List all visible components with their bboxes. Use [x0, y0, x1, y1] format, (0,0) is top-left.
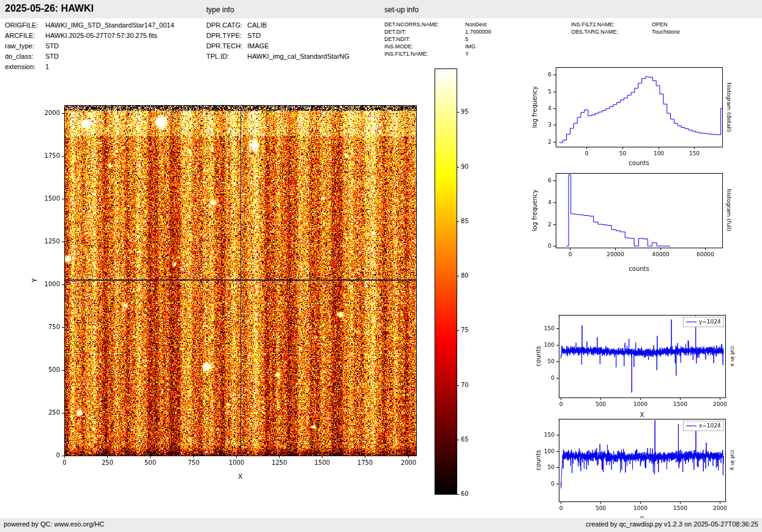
- info-label: INS.MODE:: [384, 43, 465, 50]
- setup-info-heading: set-up info: [384, 6, 419, 14]
- info-row: extension: 1: [5, 62, 174, 72]
- info-label: ARCFILE:: [5, 31, 45, 41]
- info-value: 1: [45, 62, 49, 72]
- info-row: DET.NDIT: 5: [384, 35, 491, 43]
- info-row: OBS.TARG.NAME: Touchstone: [571, 28, 680, 35]
- info-value: HAWKI.2025-05-27T07:57:30.275.fits: [45, 31, 157, 41]
- info-value: STD: [247, 31, 261, 41]
- info-row: DET.DIT: 1.7000000: [384, 28, 491, 35]
- info-value: HAWKI_img_cal_StandardStarNG: [247, 51, 349, 62]
- info-row: INS.FILT2.NAME: OPEN: [571, 21, 680, 28]
- cut-in-y-plot: [526, 405, 738, 521]
- info-row: DPR.TECH: IMAGE: [206, 41, 349, 51]
- info-row: ARCFILE: HAWKI.2025-05-27T07:57:30.275.f…: [5, 31, 174, 41]
- info-row: INS.MODE: IMG: [384, 43, 491, 50]
- cut-in-y-side-label: cut in y: [728, 419, 737, 501]
- info-label: extension:: [5, 62, 45, 72]
- info-value: STD: [45, 51, 59, 62]
- info-label: do_class:: [5, 51, 45, 62]
- type-info-list: DPR.CATG: CALIB DPR.TYPE: STD DPR.TECH: …: [206, 20, 349, 62]
- info-row: INS.FILT1.NAME: Y: [384, 50, 491, 57]
- file-info-list: ORIGFILE: HAWKI_IMG_STD_StandardStar147_…: [5, 20, 174, 72]
- info-label: DPR.CATG:: [206, 20, 247, 31]
- info-label: DET.NDIT:: [384, 35, 465, 43]
- footer-qc-link[interactable]: powered by QC: www.eso.org/HC: [4, 520, 104, 528]
- info-label: DET.DIT:: [384, 28, 465, 35]
- info-row: do_class: STD: [5, 51, 174, 62]
- info-value: HAWKI_IMG_STD_StandardStar147_0014: [45, 20, 174, 31]
- info-value: OPEN: [652, 21, 668, 28]
- info-value: Y: [465, 50, 469, 57]
- raw-image-plot: [24, 86, 428, 501]
- report-title: 2025-05-26: HAWKI: [5, 3, 94, 14]
- info-value: 1.7000000: [465, 28, 491, 35]
- info-row: raw_type: STD: [5, 41, 174, 51]
- info-label: DPR.TECH:: [206, 41, 247, 51]
- info-row: TPL.ID: HAWKI_img_cal_StandardStarNG: [206, 51, 349, 62]
- info-label: TPL.ID:: [206, 51, 247, 62]
- histogram-detail-plot: [526, 54, 728, 170]
- histogram-full-side-label: histogram (full): [725, 173, 733, 248]
- info-value: IMG: [465, 43, 476, 50]
- colorbar: [428, 61, 477, 501]
- histogram-full-plot: [526, 159, 728, 278]
- info-value: Touchstone: [652, 28, 680, 35]
- cut-in-x-side-label: cut in x: [728, 315, 737, 397]
- header-bar: 2025-05-26: HAWKI type info set-up info: [0, 0, 762, 18]
- setup-info-list: DET.NCORRS.NAME: NonDest DET.DIT: 1.7000…: [384, 21, 491, 57]
- info-label: DPR.TYPE:: [206, 31, 247, 41]
- setup-info-list-2: INS.FILT2.NAME: OPEN OBS.TARG.NAME: Touc…: [571, 21, 680, 35]
- info-value: CALIB: [247, 20, 267, 31]
- histogram-detail-side-label: histogram (detail): [725, 67, 733, 147]
- info-value: STD: [45, 41, 59, 51]
- info-label: DET.NCORRS.NAME:: [384, 21, 465, 28]
- info-row: ORIGFILE: HAWKI_IMG_STD_StandardStar147_…: [5, 20, 174, 31]
- info-label: ORIGFILE:: [5, 20, 45, 31]
- info-row: DET.NCORRS.NAME: NonDest: [384, 21, 491, 28]
- info-row: DPR.TYPE: STD: [206, 31, 349, 41]
- info-label: OBS.TARG.NAME:: [571, 28, 652, 35]
- info-value: IMAGE: [247, 41, 269, 51]
- info-row: DPR.CATG: CALIB: [206, 20, 349, 31]
- info-label: INS.FILT2.NAME:: [571, 21, 652, 28]
- info-label: INS.FILT1.NAME:: [384, 50, 465, 57]
- footer-created-by: created by qc_rawdisp.py v1.2.3 on 2025-…: [586, 520, 758, 528]
- type-info-heading: type info: [206, 6, 234, 14]
- cut-in-x-plot: [526, 301, 738, 420]
- info-value: 5: [465, 35, 468, 43]
- footer-bar: powered by QC: www.eso.org/HC created by…: [0, 518, 762, 532]
- info-value: NonDest: [465, 21, 487, 28]
- info-label: raw_type:: [5, 41, 45, 51]
